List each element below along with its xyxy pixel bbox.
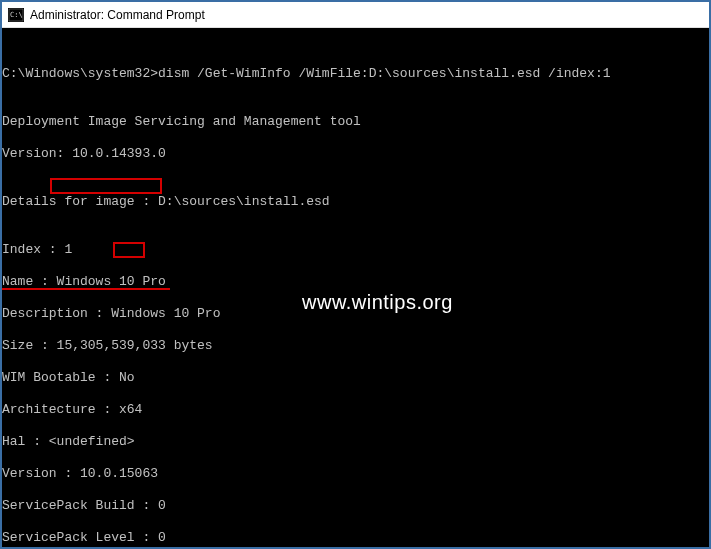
output-line: Version: 10.0.14393.0	[2, 146, 709, 162]
cmd-icon: C:\	[8, 8, 24, 22]
output-line: ServicePack Level : 0	[2, 530, 709, 546]
output-line: Name : Windows 10 Pro	[2, 274, 709, 290]
titlebar-text: Administrator: Command Prompt	[30, 8, 205, 22]
output-line: Index : 1	[2, 242, 709, 258]
watermark-text: www.wintips.org	[302, 294, 453, 310]
output-line: Details for image : D:\sources\install.e…	[2, 194, 709, 210]
output-line: Version : 10.0.15063	[2, 466, 709, 482]
svg-text:C:\: C:\	[10, 11, 23, 19]
titlebar[interactable]: C:\ Administrator: Command Prompt	[2, 2, 709, 28]
command-prompt-window: C:\ Administrator: Command Prompt C:\Win…	[2, 2, 709, 547]
output-line: Architecture : x64	[2, 402, 709, 418]
output-line: WIM Bootable : No	[2, 370, 709, 386]
output-line: Deployment Image Servicing and Managemen…	[2, 114, 709, 130]
output-line: Hal : <undefined>	[2, 434, 709, 450]
command-line: C:\Windows\system32>dism /Get-WimInfo /W…	[2, 66, 709, 82]
terminal-area[interactable]: C:\Windows\system32>dism /Get-WimInfo /W…	[2, 28, 709, 547]
output-line: ServicePack Build : 0	[2, 498, 709, 514]
highlight-name	[50, 178, 162, 194]
output-line: Size : 15,305,539,033 bytes	[2, 338, 709, 354]
